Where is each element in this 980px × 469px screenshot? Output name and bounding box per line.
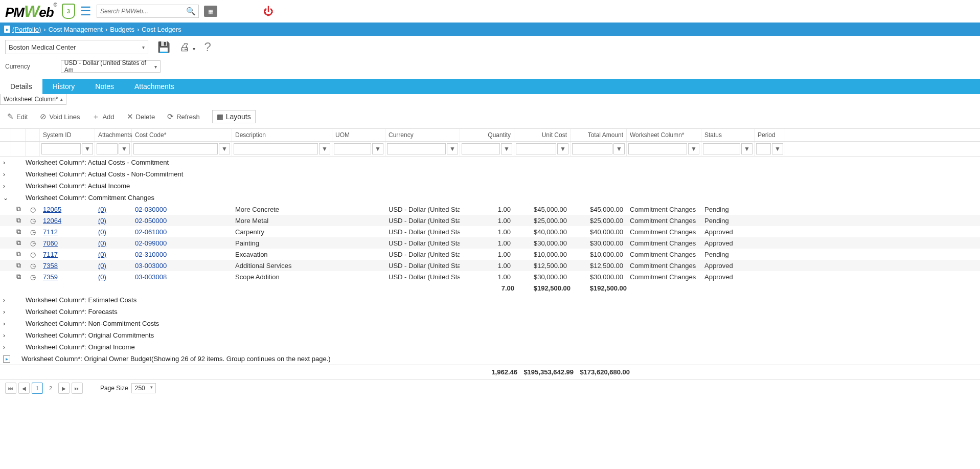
- filter-icon[interactable]: ▼: [447, 143, 458, 154]
- filter-icon[interactable]: ▼: [557, 143, 568, 154]
- delete-button[interactable]: ✕Delete: [127, 112, 155, 121]
- attachment-link[interactable]: (0): [98, 262, 106, 270]
- filter-system-id[interactable]: [41, 143, 81, 154]
- clock-icon[interactable]: ◷: [26, 206, 40, 213]
- table-row[interactable]: ⧉◷7117(0)02-310000ExcavationUSD - Dollar…: [0, 249, 980, 260]
- clock-icon[interactable]: ◷: [26, 273, 40, 281]
- col-system-id[interactable]: System ID: [40, 129, 95, 141]
- copy-icon[interactable]: ⧉: [11, 205, 26, 213]
- group-row[interactable]: ›Worksheet Column*: Original Commitments: [0, 329, 980, 341]
- filter-icon[interactable]: ▼: [613, 143, 625, 154]
- module-icon[interactable]: ▦: [204, 6, 217, 17]
- copy-icon[interactable]: ⧉: [11, 273, 26, 281]
- group-row[interactable]: ›Worksheet Column*: Actual Income: [0, 180, 980, 192]
- copy-icon[interactable]: ⧉: [11, 216, 26, 225]
- system-id-link[interactable]: 12065: [43, 206, 61, 213]
- currency-select[interactable]: USD - Dollar (United States of Am: [61, 60, 161, 73]
- attachment-link[interactable]: (0): [98, 273, 106, 281]
- table-row[interactable]: ⧉◷7060(0)02-099000PaintingUSD - Dollar (…: [0, 237, 980, 249]
- table-row[interactable]: ⧉◷7359(0)03-003008Scope AdditionUSD - Do…: [0, 271, 980, 282]
- tab-history[interactable]: History: [42, 79, 85, 94]
- tab-attachments[interactable]: Attachments: [124, 79, 185, 94]
- col-attachments[interactable]: Attachments: [95, 129, 132, 141]
- table-row[interactable]: ⧉◷7112(0)02-061000CarpentryUSD - Dollar …: [0, 226, 980, 237]
- filter-uom[interactable]: [334, 143, 371, 154]
- add-button[interactable]: ＋Add: [92, 112, 114, 122]
- group-row[interactable]: ›Worksheet Column*: Forecasts: [0, 306, 980, 318]
- filter-description[interactable]: [234, 143, 318, 154]
- system-id-link[interactable]: 7117: [43, 251, 58, 258]
- pager-last[interactable]: ⏭: [72, 383, 83, 394]
- breadcrumb-budgets[interactable]: Budgets: [110, 26, 134, 33]
- attachment-link[interactable]: (0): [98, 239, 106, 247]
- col-period[interactable]: Period: [755, 129, 785, 141]
- table-row[interactable]: ⧉◷12064(0)02-050000More MetalUSD - Dolla…: [0, 215, 980, 226]
- attachment-link[interactable]: (0): [98, 217, 106, 225]
- group-row[interactable]: ›Worksheet Column*: Actual Costs - Commi…: [0, 157, 980, 168]
- table-row[interactable]: ⧉◷12065(0)02-030000More ConcreteUSD - Do…: [0, 204, 980, 215]
- filter-icon[interactable]: ▼: [82, 143, 93, 154]
- col-worksheet-column[interactable]: Worksheet Column*: [627, 129, 701, 141]
- filter-icon[interactable]: ▼: [319, 143, 330, 154]
- clock-icon[interactable]: ◷: [26, 262, 40, 270]
- clock-icon[interactable]: ◷: [26, 251, 40, 258]
- filter-worksheet-col[interactable]: [628, 143, 687, 154]
- breadcrumb-caret-icon[interactable]: ▸: [4, 26, 10, 33]
- system-id-link[interactable]: 7112: [43, 228, 58, 236]
- filter-currency[interactable]: [387, 143, 446, 154]
- filter-attachments[interactable]: [97, 143, 118, 154]
- filter-quantity[interactable]: [462, 143, 500, 154]
- copy-icon[interactable]: ⧉: [11, 239, 26, 247]
- table-row[interactable]: ⧉◷7358(0)03-003000Additional ServicesUSD…: [0, 260, 980, 271]
- filter-icon[interactable]: ▼: [501, 143, 512, 154]
- clock-icon[interactable]: ◷: [26, 239, 40, 247]
- project-select[interactable]: Boston Medical Center: [5, 40, 148, 54]
- copy-icon[interactable]: ⧉: [11, 228, 26, 236]
- pager-page-1[interactable]: 1: [32, 383, 43, 394]
- filter-icon[interactable]: ▼: [119, 143, 130, 154]
- col-description[interactable]: Description: [232, 129, 332, 141]
- col-unit-cost[interactable]: Unit Cost: [514, 129, 571, 141]
- group-row-open[interactable]: ⌄ Worksheet Column*: Commitment Changes: [0, 192, 980, 204]
- system-id-link[interactable]: 7060: [43, 239, 58, 247]
- system-id-link[interactable]: 7359: [43, 273, 58, 281]
- col-currency[interactable]: Currency: [385, 129, 460, 141]
- attachment-link[interactable]: (0): [98, 228, 106, 236]
- print-icon[interactable]: 🖨 ▾: [179, 41, 195, 53]
- tab-details[interactable]: Details: [0, 79, 42, 94]
- system-id-link[interactable]: 7358: [43, 262, 58, 270]
- breadcrumb-portfolio[interactable]: (Portfolio): [12, 26, 41, 33]
- col-quantity[interactable]: Quantity: [460, 129, 514, 141]
- col-total-amount[interactable]: Total Amount: [571, 129, 627, 141]
- filter-icon[interactable]: ▼: [772, 143, 783, 154]
- save-icon[interactable]: 💾: [157, 41, 170, 53]
- filter-period[interactable]: [756, 143, 771, 154]
- filter-total[interactable]: [572, 143, 612, 154]
- filter-icon[interactable]: ▼: [372, 143, 383, 154]
- refresh-button[interactable]: ⟳Refresh: [167, 112, 200, 121]
- group-row-last[interactable]: ▸ Worksheet Column*: Original Owner Budg…: [0, 353, 980, 365]
- col-status[interactable]: Status: [701, 129, 755, 141]
- group-row[interactable]: ›Worksheet Column*: Actual Costs - Non-C…: [0, 168, 980, 180]
- search-icon[interactable]: 🔍: [186, 7, 196, 16]
- pager-page-2[interactable]: 2: [45, 383, 56, 394]
- filter-unit-cost[interactable]: [516, 143, 556, 154]
- clock-icon[interactable]: ◷: [26, 228, 40, 236]
- attachment-link[interactable]: (0): [98, 251, 106, 258]
- page-size-select[interactable]: 250: [131, 383, 156, 393]
- shield-badge[interactable]: 3: [62, 4, 75, 19]
- filter-icon[interactable]: ▼: [688, 143, 699, 154]
- pager-next[interactable]: ▶: [58, 383, 70, 394]
- pager-first[interactable]: ⏮: [5, 383, 16, 394]
- layouts-button[interactable]: ▦Layouts: [212, 110, 256, 123]
- clock-icon[interactable]: ◷: [26, 217, 40, 225]
- filter-status[interactable]: [703, 143, 740, 154]
- help-icon[interactable]: ?: [204, 40, 211, 54]
- pager-prev[interactable]: ◀: [18, 383, 30, 394]
- filter-icon[interactable]: ▼: [219, 143, 230, 154]
- col-uom[interactable]: UOM: [332, 129, 385, 141]
- worksheet-column-dropdown[interactable]: Worksheet Column*: [0, 94, 66, 105]
- power-icon[interactable]: ⏻: [263, 6, 274, 17]
- filter-cost-code[interactable]: [133, 143, 218, 154]
- edit-button[interactable]: ✎Edit: [7, 112, 28, 121]
